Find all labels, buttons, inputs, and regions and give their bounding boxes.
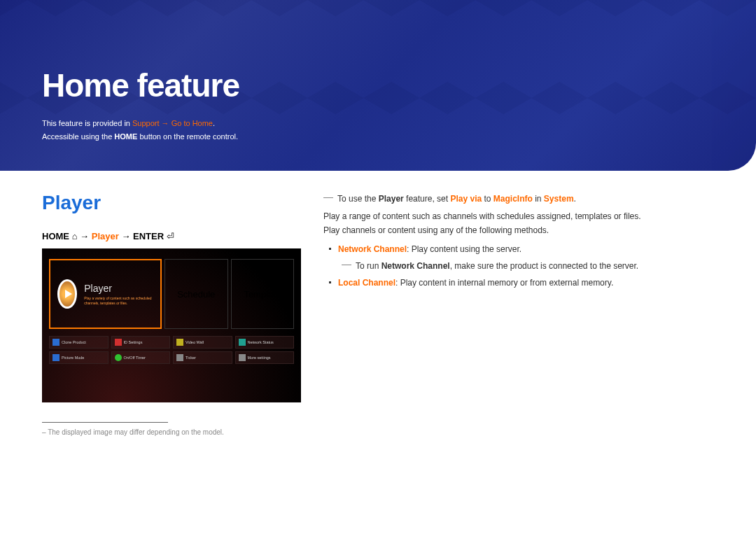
- t: .: [574, 194, 576, 204]
- t: in: [533, 194, 544, 204]
- path-home: HOME: [42, 231, 69, 241]
- t: To use the: [337, 194, 379, 204]
- path-player: Player: [92, 231, 119, 241]
- top-tile-row: Player Play a variety of content such as…: [49, 259, 294, 329]
- mini-label: Clone Product: [62, 340, 86, 344]
- note-content: To use the Player feature, set Play via …: [337, 192, 576, 206]
- paragraph-1: Play a range of content such as channels…: [323, 209, 714, 223]
- bullet-icon: [329, 248, 331, 250]
- dash-icon: [342, 265, 351, 265]
- intro-line-1: This feature is provided in Support → Go…: [42, 117, 756, 130]
- intro2-bold: HOME: [114, 132, 137, 141]
- intro-text: This feature is provided in: [42, 119, 132, 127]
- mini-picture-mode: Picture Mode: [49, 351, 108, 364]
- channel-methods-list: Network Channel: Play content using the …: [329, 242, 714, 290]
- t: Player: [379, 194, 404, 204]
- mini-label: Network Status: [248, 340, 274, 344]
- ui-screenshot: Player Play a variety of content such as…: [42, 248, 301, 402]
- footnote-divider: [42, 422, 168, 423]
- tile-player-title: Player: [84, 283, 153, 294]
- bullet-network-channel: Network Channel: Play content using the …: [329, 242, 714, 256]
- tile-player: Player Play a variety of content such as…: [49, 259, 162, 329]
- section-title: Player: [42, 192, 301, 214]
- t: MagicInfo: [493, 194, 533, 204]
- t: : Play content using the server.: [407, 244, 522, 254]
- bullet-text: Network Channel: Play content using the …: [338, 242, 522, 256]
- paragraph-2: Play channels or content using any of th…: [323, 223, 714, 237]
- mini-label: ID Settings: [124, 340, 143, 344]
- tile-template: Template: [231, 259, 295, 329]
- bullet-icon: [329, 281, 331, 283]
- intro-arrow: →: [160, 119, 172, 127]
- mini-icon: [176, 354, 183, 361]
- footnote-text: The displayed image may differ depending…: [48, 428, 224, 436]
- bullet-text: Local Channel: Play content in internal …: [338, 276, 613, 290]
- path-arrow-2: →: [121, 231, 130, 241]
- mini-icon: [176, 339, 183, 346]
- path-arrow-1: →: [80, 231, 92, 241]
- content-area: Player HOME → Player → ENTER Player Play…: [0, 171, 756, 478]
- chapter-title: Home feature: [42, 66, 756, 104]
- t: System: [544, 194, 574, 204]
- note-player-feature: To use the Player feature, set Play via …: [323, 192, 714, 206]
- mini-more-settings: More settings: [235, 351, 295, 364]
- intro-period: .: [213, 119, 215, 127]
- dash-icon: [323, 197, 333, 198]
- menu-path: HOME → Player → ENTER: [42, 231, 301, 241]
- enter-icon: [167, 231, 174, 241]
- t: : Play content in internal memory or fro…: [396, 278, 613, 288]
- note-content: To run Network Channel, make sure the pr…: [356, 259, 638, 273]
- mini-icon: [239, 354, 246, 361]
- intro-line-2: Accessible using the HOME button on the …: [42, 130, 756, 143]
- t: , make sure the product is connected to …: [450, 261, 638, 271]
- mini-onoff-timer: On/Off Timer: [111, 351, 171, 364]
- t: To run: [356, 261, 382, 271]
- mini-label: More settings: [248, 356, 271, 360]
- intro2-pre: Accessible using the: [42, 132, 114, 141]
- t: Local Channel: [338, 278, 396, 288]
- chapter-header: Home feature This feature is provided in…: [0, 0, 756, 171]
- mini-icon: [115, 354, 122, 361]
- play-icon: [57, 279, 77, 309]
- mini-clone-product: Clone Product: [49, 336, 108, 349]
- t: Play via: [450, 194, 482, 204]
- tile-schedule-label: Schedule: [177, 289, 215, 300]
- t: Network Channel: [382, 261, 450, 271]
- mini-tile-grid: Clone Product ID Settings Video Wall Net…: [49, 336, 294, 364]
- path-enter: ENTER: [133, 231, 164, 241]
- mini-ticker: Ticker: [173, 351, 232, 364]
- mini-label: Ticker: [186, 356, 196, 360]
- t: Network Channel: [338, 244, 407, 254]
- right-column: To use the Player feature, set Play via …: [323, 192, 714, 436]
- mini-label: Video Wall: [186, 340, 204, 344]
- mini-id-settings: ID Settings: [111, 336, 171, 349]
- tile-player-sub: Play a variety of content such as schedu…: [84, 296, 153, 305]
- intro2-post: button on the remote control.: [137, 132, 238, 141]
- mini-label: Picture Mode: [62, 356, 84, 360]
- intro-highlight-gotohome: Go to Home: [172, 119, 213, 127]
- bullet-local-channel: Local Channel: Play content in internal …: [329, 276, 714, 290]
- left-column: Player HOME → Player → ENTER Player Play…: [42, 192, 301, 436]
- tile-player-text: Player Play a variety of content such as…: [84, 283, 153, 305]
- mini-network-status: Network Status: [235, 336, 295, 349]
- mini-icon: [52, 339, 59, 346]
- tile-template-label: Template: [244, 289, 281, 300]
- mini-icon: [115, 339, 122, 346]
- intro-highlight-support: Support: [132, 119, 160, 127]
- t: to: [482, 194, 493, 204]
- tile-schedule: Schedule: [164, 259, 228, 329]
- mini-icon: [239, 339, 246, 346]
- nested-note-network: To run Network Channel, make sure the pr…: [342, 259, 714, 273]
- mini-label: On/Off Timer: [124, 356, 146, 360]
- t: feature, set: [404, 194, 451, 204]
- mini-video-wall: Video Wall: [173, 336, 232, 349]
- mini-icon: [52, 354, 59, 361]
- footnote: – The displayed image may differ dependi…: [42, 428, 301, 436]
- home-icon: [72, 231, 78, 241]
